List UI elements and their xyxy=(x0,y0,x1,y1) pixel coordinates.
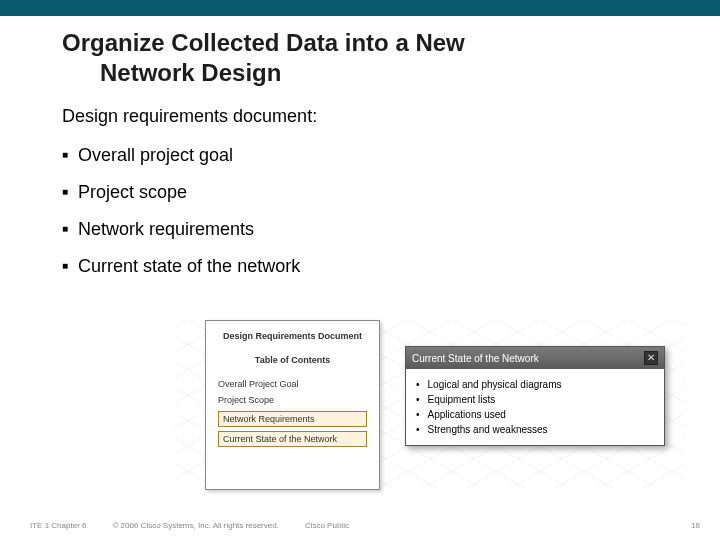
document-preview-panel: Design Requirements Document Table of Co… xyxy=(205,320,380,490)
title-line-1: Organize Collected Data into a New xyxy=(62,29,465,56)
doc-highlighted-item: Current State of the Network xyxy=(218,431,367,447)
doc-item: Overall Project Goal xyxy=(218,379,367,389)
doc-toc-heading: Table of Contents xyxy=(218,355,367,365)
top-color-bar xyxy=(0,0,720,16)
popup-body: Logical and physical diagrams Equipment … xyxy=(406,369,664,445)
popup-item: Equipment lists xyxy=(416,392,654,407)
diagram-area: Design Requirements Document Table of Co… xyxy=(175,320,685,490)
doc-highlighted-item: Network Requirements xyxy=(218,411,367,427)
popup-header: Current State of the Network ✕ xyxy=(406,347,664,369)
close-icon[interactable]: ✕ xyxy=(644,351,658,365)
slide-title: Organize Collected Data into a New Netwo… xyxy=(0,16,720,88)
list-item: Project scope xyxy=(62,174,720,211)
footer-chapter: ITE 1 Chapter 6 xyxy=(30,521,86,530)
popup-item: Strengths and weaknesses xyxy=(416,422,654,437)
footer: ITE 1 Chapter 6 © 2006 Cisco Systems, In… xyxy=(30,521,700,530)
popup-title: Current State of the Network xyxy=(412,353,539,364)
list-item: Network requirements xyxy=(62,211,720,248)
footer-public: Cisco Public xyxy=(305,521,349,530)
popup-panel: Current State of the Network ✕ Logical a… xyxy=(405,346,665,446)
list-item: Current state of the network xyxy=(62,248,720,285)
footer-copyright: © 2006 Cisco Systems, Inc. All rights re… xyxy=(112,521,278,530)
page-number: 18 xyxy=(691,521,700,530)
doc-item: Project Scope xyxy=(218,395,367,405)
intro-text: Design requirements document: xyxy=(0,88,720,127)
doc-title: Design Requirements Document xyxy=(218,331,367,341)
requirements-list: Overall project goal Project scope Netwo… xyxy=(0,127,720,285)
popup-item: Applications used xyxy=(416,407,654,422)
title-line-2: Network Design xyxy=(62,58,720,88)
popup-item: Logical and physical diagrams xyxy=(416,377,654,392)
list-item: Overall project goal xyxy=(62,137,720,174)
